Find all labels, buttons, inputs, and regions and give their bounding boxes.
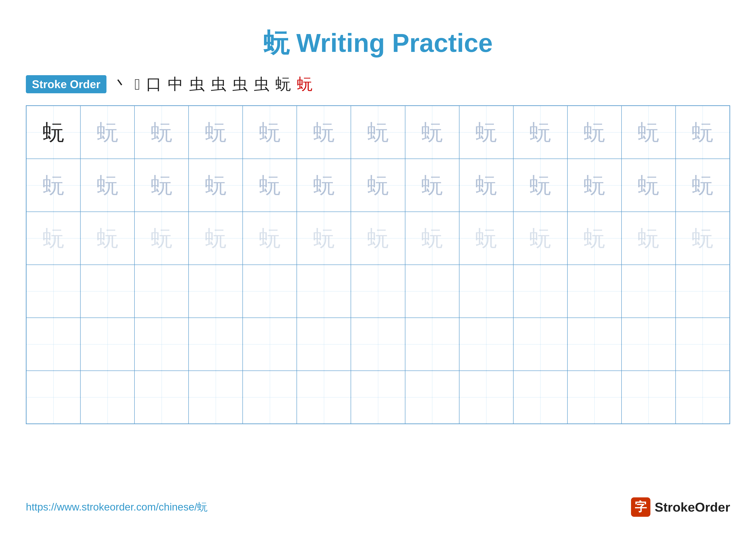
- grid-cell[interactable]: [80, 318, 134, 371]
- grid-cell[interactable]: 蚖: [622, 106, 676, 159]
- grid-cell[interactable]: [351, 265, 405, 318]
- grid-cell[interactable]: 蚖: [134, 159, 189, 212]
- grid-cell[interactable]: [297, 265, 351, 318]
- grid-cell[interactable]: [513, 318, 567, 371]
- grid-cell[interactable]: [459, 318, 513, 371]
- grid-cell[interactable]: [405, 265, 459, 318]
- grid-cell[interactable]: 蚖: [243, 106, 297, 159]
- grid-cell[interactable]: [676, 265, 730, 318]
- cell-character: 蚖: [151, 174, 173, 196]
- grid-cell[interactable]: [513, 371, 567, 424]
- cell-character: 蚖: [313, 174, 335, 196]
- grid-cell[interactable]: 蚖: [134, 212, 189, 265]
- grid-cell[interactable]: [134, 318, 189, 371]
- cell-character: 蚖: [205, 121, 227, 143]
- grid-cell[interactable]: [622, 265, 676, 318]
- grid-cell[interactable]: [189, 318, 243, 371]
- grid-cell[interactable]: 蚖: [622, 159, 676, 212]
- grid-cell[interactable]: 蚖: [189, 212, 243, 265]
- grid-cell[interactable]: 蚖: [297, 212, 351, 265]
- grid-cell[interactable]: [676, 318, 730, 371]
- grid-cell[interactable]: [405, 318, 459, 371]
- grid-cell[interactable]: 蚖: [676, 159, 730, 212]
- cell-character: 蚖: [313, 121, 335, 143]
- grid-cell[interactable]: 蚖: [80, 212, 134, 265]
- grid-cell[interactable]: 蚖: [351, 159, 405, 212]
- grid-cell[interactable]: 蚖: [189, 106, 243, 159]
- page-container: 蚖 Writing Practice Stroke Order 丶 𠃍 口 中 …: [0, 0, 756, 534]
- cell-character: 蚖: [313, 227, 335, 249]
- footer-logo-icon: 字: [631, 497, 650, 517]
- grid-cell[interactable]: 蚖: [513, 212, 567, 265]
- grid-cell[interactable]: 蚖: [513, 159, 567, 212]
- grid-cell[interactable]: [80, 371, 134, 424]
- grid-cell[interactable]: [351, 318, 405, 371]
- grid-cell[interactable]: 蚖: [297, 106, 351, 159]
- grid-cell[interactable]: 蚖: [459, 159, 513, 212]
- grid-cell[interactable]: [134, 371, 189, 424]
- grid-cell[interactable]: [513, 265, 567, 318]
- grid-cell[interactable]: 蚖: [567, 212, 622, 265]
- grid-cell[interactable]: [567, 371, 622, 424]
- grid-cell[interactable]: [297, 371, 351, 424]
- cell-character: 蚖: [367, 227, 389, 249]
- grid-cell[interactable]: [351, 371, 405, 424]
- grid-cell[interactable]: [243, 371, 297, 424]
- grid-cell[interactable]: 蚖: [243, 212, 297, 265]
- stroke-order-row: Stroke Order 丶 𠃍 口 中 虫 虫 虫 虫 蚖 蚖: [26, 74, 730, 94]
- grid-cell[interactable]: [80, 265, 134, 318]
- cell-character: 蚖: [583, 227, 605, 249]
- grid-cell[interactable]: [676, 371, 730, 424]
- grid-cell[interactable]: 蚖: [243, 159, 297, 212]
- grid-cell[interactable]: 蚖: [405, 212, 459, 265]
- grid-cell[interactable]: 蚖: [189, 159, 243, 212]
- grid-cell[interactable]: 蚖: [513, 106, 567, 159]
- cell-character: 蚖: [151, 121, 173, 143]
- stroke-step-8: 虫: [254, 74, 269, 94]
- stroke-step-4: 中: [168, 74, 183, 94]
- stroke-step-3: 口: [146, 74, 162, 94]
- stroke-step-5: 虫: [189, 74, 205, 94]
- grid-cell[interactable]: 蚖: [567, 159, 622, 212]
- grid-cell[interactable]: [297, 318, 351, 371]
- grid-cell[interactable]: [189, 371, 243, 424]
- grid-cell[interactable]: 蚖: [459, 212, 513, 265]
- grid-cell[interactable]: 蚖: [351, 212, 405, 265]
- grid-cell[interactable]: 蚖: [459, 106, 513, 159]
- grid-cell[interactable]: [405, 371, 459, 424]
- grid-cell[interactable]: 蚖: [297, 159, 351, 212]
- grid-cell[interactable]: 蚖: [134, 106, 189, 159]
- grid-cell[interactable]: 蚖: [567, 106, 622, 159]
- grid-cell[interactable]: 蚖: [676, 106, 730, 159]
- grid-cell[interactable]: 蚖: [26, 159, 80, 212]
- grid-cell[interactable]: [567, 318, 622, 371]
- grid-cell[interactable]: 蚖: [676, 212, 730, 265]
- footer-url: https://www.strokeorder.com/chinese/蚖: [26, 500, 207, 514]
- grid-cell[interactable]: 蚖: [405, 106, 459, 159]
- cell-character: 蚖: [43, 121, 64, 143]
- grid-cell[interactable]: [243, 265, 297, 318]
- grid-cell[interactable]: 蚖: [351, 106, 405, 159]
- grid-cell[interactable]: [26, 265, 80, 318]
- grid-cell[interactable]: 蚖: [405, 159, 459, 212]
- grid-cell[interactable]: [459, 371, 513, 424]
- cell-character: 蚖: [259, 227, 281, 249]
- grid-cell[interactable]: [26, 371, 80, 424]
- grid-cell[interactable]: [567, 265, 622, 318]
- cell-character: 蚖: [259, 174, 281, 196]
- grid-cell[interactable]: [189, 265, 243, 318]
- grid-cell[interactable]: [134, 265, 189, 318]
- grid-cell[interactable]: 蚖: [80, 159, 134, 212]
- cell-character: 蚖: [529, 174, 551, 196]
- grid-cell[interactable]: 蚖: [26, 106, 80, 159]
- grid-cell[interactable]: [459, 265, 513, 318]
- grid-cell[interactable]: [622, 318, 676, 371]
- grid-cell[interactable]: [622, 371, 676, 424]
- cell-character: 蚖: [475, 121, 497, 143]
- grid-cell[interactable]: 蚖: [622, 212, 676, 265]
- grid-cell[interactable]: [243, 318, 297, 371]
- grid-cell[interactable]: 蚖: [80, 106, 134, 159]
- cell-character: 蚖: [692, 121, 713, 143]
- grid-cell[interactable]: [26, 318, 80, 371]
- grid-cell[interactable]: 蚖: [26, 212, 80, 265]
